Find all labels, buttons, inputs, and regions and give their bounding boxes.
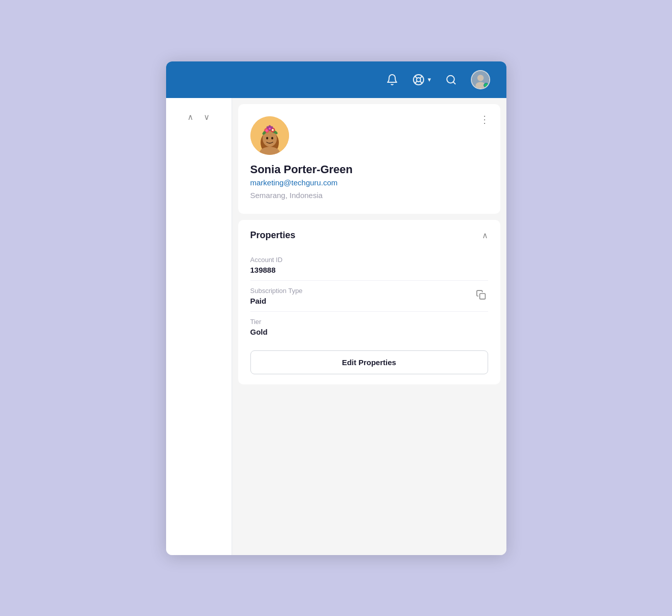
help-dropdown-arrow: ▾ — [428, 76, 431, 83]
svg-point-28 — [270, 126, 273, 128]
account-id-label: Account ID — [250, 256, 488, 264]
subscription-type-value: Paid — [250, 297, 488, 305]
account-id-value: 139888 — [250, 266, 488, 274]
down-arrow-btn[interactable]: ∨ — [201, 110, 213, 124]
svg-point-21 — [265, 129, 268, 132]
search-icon-btn[interactable] — [445, 74, 457, 85]
copy-subscription-btn[interactable] — [474, 287, 488, 304]
subscription-type-row: Subscription Type Paid — [250, 281, 488, 312]
bottom-area — [238, 391, 500, 431]
edit-properties-btn[interactable]: Edit Properties — [250, 350, 488, 374]
svg-point-9 — [477, 75, 484, 81]
profile-location: Semarang, Indonesia — [250, 191, 488, 200]
right-content: ⋮ Sonia Porter-Green marketing@techguru.… — [232, 98, 506, 555]
profile-card: ⋮ Sonia Porter-Green marketing@techguru.… — [238, 104, 500, 214]
svg-point-15 — [266, 137, 268, 139]
help-icon-btn[interactable]: ▾ — [412, 74, 431, 86]
svg-line-7 — [453, 82, 455, 84]
svg-line-5 — [414, 81, 417, 83]
svg-line-2 — [414, 76, 417, 78]
svg-point-25 — [269, 127, 271, 129]
svg-point-23 — [272, 129, 274, 131]
top-nav: ▾ — [166, 61, 506, 98]
online-status-dot — [484, 83, 489, 88]
subscription-type-label: Subscription Type — [250, 287, 488, 295]
tier-value: Gold — [250, 328, 488, 336]
nav-arrows: ∧ ∨ — [184, 106, 213, 124]
properties-header: Properties ∧ — [250, 230, 488, 241]
profile-name: Sonia Porter-Green — [250, 163, 488, 176]
left-sidebar: ∧ ∨ — [166, 98, 232, 555]
up-arrow-btn[interactable]: ∧ — [184, 110, 197, 124]
collapse-properties-btn[interactable]: ∧ — [482, 231, 488, 240]
svg-point-16 — [271, 137, 273, 139]
bell-icon-btn[interactable] — [386, 74, 398, 86]
profile-avatar-wrap — [250, 116, 488, 155]
svg-line-3 — [420, 81, 422, 83]
properties-card: Properties ∧ Account ID 139888 Subscript… — [238, 220, 500, 384]
profile-avatar — [250, 116, 289, 155]
svg-rect-31 — [479, 294, 485, 299]
main-layout: ∧ ∨ — [166, 98, 506, 555]
app-window: ▾ ∧ — [166, 61, 506, 555]
tier-row: Tier Gold — [250, 312, 488, 342]
profile-email[interactable]: marketing@techguru.com — [250, 178, 488, 187]
three-dot-menu-btn[interactable]: ⋮ — [479, 114, 490, 124]
avatar-image — [250, 116, 289, 155]
tier-label: Tier — [250, 318, 488, 326]
user-avatar-nav[interactable] — [471, 70, 490, 89]
svg-line-4 — [420, 76, 422, 78]
properties-title: Properties — [250, 230, 296, 241]
svg-point-27 — [266, 126, 269, 128]
account-id-row: Account ID 139888 — [250, 250, 488, 281]
